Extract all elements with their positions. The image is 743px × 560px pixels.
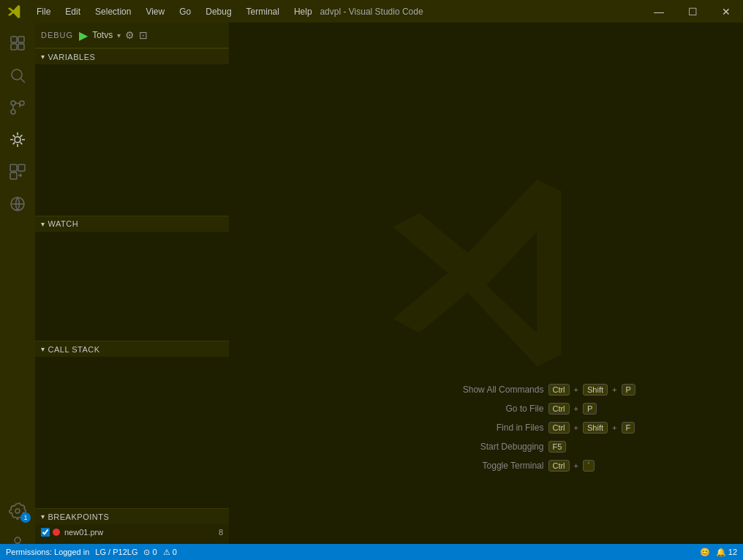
settings-icon[interactable]: 1 — [3, 496, 32, 526]
debug-gear-icon[interactable]: ⚙ — [125, 29, 135, 41]
shortcut-row-terminal: Toggle Terminal Ctrl + ` — [448, 460, 635, 472]
watch-header[interactable]: ▾ WATCH — [35, 216, 229, 232]
kbd-ctrl-2: Ctrl — [548, 403, 569, 415]
callstack-label: CALL STACK — [48, 345, 100, 354]
search-icon[interactable] — [3, 61, 32, 90]
svg-line-5 — [21, 79, 26, 83]
shortcut-label-find: Find in Files — [448, 423, 543, 433]
shortcut-label-commands: Show All Commands — [448, 385, 543, 395]
callstack-arrow-icon: ▾ — [41, 345, 45, 353]
svg-rect-1 — [18, 37, 24, 42]
menu-view[interactable]: View — [138, 0, 172, 23]
status-notifications-text: 🔔 12 — [716, 548, 737, 557]
kbd-ctrl-3: Ctrl — [548, 422, 569, 434]
status-warnings-text: ⚠ 0 — [163, 548, 177, 557]
debug-title: DEBUG — [41, 31, 73, 39]
kbd-shift-1: Shift — [583, 384, 608, 396]
svg-rect-2 — [11, 44, 17, 50]
menu-help[interactable]: Help — [287, 0, 320, 23]
menu-edit[interactable]: Edit — [58, 0, 88, 23]
status-emoji-text: 😊 — [700, 548, 710, 557]
shortcut-label-terminal: Toggle Terminal — [448, 461, 543, 471]
callstack-header[interactable]: ▾ CALL STACK — [35, 341, 229, 357]
status-errors[interactable]: ⊙ 0 — [143, 548, 156, 557]
activity-bar: 1 — [0, 23, 35, 560]
maximize-button[interactable]: ☐ — [676, 0, 709, 23]
breakpoints-arrow-icon: ▾ — [41, 512, 45, 521]
menu-go[interactable]: Go — [172, 0, 198, 23]
variables-header[interactable]: ▾ VARIABLES — [35, 48, 229, 64]
variables-arrow-icon: ▾ — [41, 53, 45, 61]
status-user-text: LG / P12LG — [95, 548, 137, 556]
title-bar: File Edit Selection View Go Debug Termin… — [0, 0, 743, 23]
menu-terminal[interactable]: Terminal — [239, 0, 287, 23]
source-control-icon[interactable] — [3, 93, 32, 122]
status-permissions[interactable]: Permissions: Logged in — [6, 548, 89, 556]
menu-selection[interactable]: Selection — [88, 0, 138, 23]
variables-section: ▾ VARIABLES — [35, 48, 229, 216]
watch-body — [35, 232, 229, 341]
shortcut-row-file: Go to File Ctrl + P — [448, 403, 635, 415]
status-notifications[interactable]: 🔔 12 — [716, 548, 737, 557]
settings-badge: 1 — [20, 512, 31, 523]
watch-arrow-icon: ▾ — [41, 220, 45, 228]
kbd-ctrl-4: Ctrl — [548, 460, 569, 472]
svg-rect-3 — [18, 44, 24, 50]
close-button[interactable]: ✕ — [709, 0, 743, 23]
status-emoji[interactable]: 😊 — [700, 548, 710, 557]
shortcut-row-commands: Show All Commands Ctrl + Shift + P — [448, 384, 635, 396]
explorer-icon[interactable] — [3, 29, 32, 58]
status-warnings[interactable]: ⚠ 0 — [163, 548, 177, 557]
status-left: Permissions: Logged in LG / P12LG ⊙ 0 ⚠ … — [6, 548, 177, 557]
callstack-body — [35, 357, 229, 508]
breakpoint-filename: new01.prw — [64, 528, 219, 537]
window-controls: — ☐ ✕ — [642, 0, 743, 23]
extensions-icon[interactable] — [3, 157, 32, 186]
kbd-p-2: P — [583, 403, 597, 415]
svg-point-8 — [11, 110, 15, 114]
breakpoint-count: 8 — [219, 528, 223, 537]
play-button[interactable]: ▶ — [79, 29, 88, 42]
svg-point-14 — [15, 509, 20, 513]
breakpoint-checkbox[interactable] — [41, 528, 50, 537]
shortcut-label-debug: Start Debugging — [448, 442, 543, 452]
breakpoints-label: BREAKPOINTS — [48, 512, 110, 521]
svg-rect-11 — [18, 164, 25, 171]
debug-config-name[interactable]: Totvs — [92, 30, 113, 40]
debug-icon[interactable] — [3, 125, 32, 154]
menu-debug[interactable]: Debug — [198, 0, 238, 23]
menu-file[interactable]: File — [29, 0, 58, 23]
kbd-backtick: ` — [583, 460, 595, 472]
debug-sidebar: DEBUG ▶ Totvs ▾ ⚙ ⊡ ▾ VARIABLES — [35, 23, 229, 560]
callstack-section: ▾ CALL STACK — [35, 341, 229, 508]
debug-controls: ▶ Totvs ▾ ⚙ ⊡ — [79, 29, 148, 42]
vscode-logo — [0, 4, 29, 19]
editor-area: Show All Commands Ctrl + Shift + P Go to… — [229, 23, 743, 560]
remote-icon[interactable] — [3, 189, 32, 219]
svg-point-7 — [20, 101, 24, 105]
window-title: advpl - Visual Studio Code — [320, 7, 423, 17]
kbd-ctrl-1: Ctrl — [548, 384, 569, 396]
breakpoints-header[interactable]: ▾ BREAKPOINTS — [35, 508, 229, 524]
shortcuts-container: Show All Commands Ctrl + Shift + P Go to… — [448, 384, 635, 479]
kbd-p-1: P — [621, 384, 635, 396]
status-bar: Permissions: Logged in LG / P12LG ⊙ 0 ⚠ … — [0, 544, 743, 560]
svg-rect-10 — [10, 164, 17, 171]
svg-rect-0 — [11, 37, 17, 42]
shortcut-row-debug: Start Debugging F5 — [448, 441, 635, 453]
watch-section: ▾ WATCH — [35, 216, 229, 341]
breakpoint-item[interactable]: new01.prw 8 — [35, 524, 229, 540]
status-user[interactable]: LG / P12LG — [95, 548, 137, 556]
minimize-button[interactable]: — — [642, 0, 676, 23]
status-permissions-text: Permissions: Logged in — [6, 548, 89, 556]
watch-label: WATCH — [48, 219, 79, 228]
kbd-f-3: F — [621, 422, 635, 434]
svg-point-4 — [12, 69, 22, 80]
shortcut-row-find: Find in Files Ctrl + Shift + F — [448, 422, 635, 434]
breakpoint-dot-icon — [53, 529, 60, 536]
vscode-watermark — [384, 170, 589, 377]
debug-split-icon[interactable]: ⊡ — [139, 29, 148, 41]
svg-rect-12 — [10, 173, 17, 179]
status-right: 😊 🔔 12 — [700, 548, 737, 557]
kbd-f5: F5 — [548, 441, 566, 453]
